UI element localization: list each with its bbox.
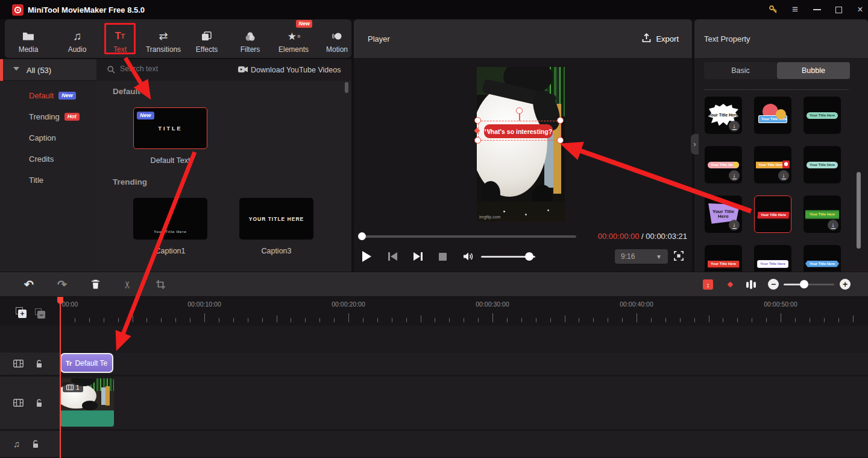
audio-track-header: ♫ <box>0 431 60 457</box>
ruler-tick <box>622 318 623 322</box>
search-input[interactable] <box>120 65 210 73</box>
timeline-text-clip[interactable]: Tr Default Te <box>60 353 113 373</box>
motion-icon <box>332 29 342 43</box>
bubble-thumb-red-ribbon[interactable]: Your Title Here <box>705 245 742 272</box>
sidebar-item-credits[interactable]: Credits <box>29 153 54 165</box>
redo-button[interactable]: ↷ <box>54 272 71 296</box>
track-height-icon[interactable] <box>746 280 756 289</box>
audio-track-row[interactable]: ♫ <box>0 431 868 457</box>
selection-handle-bl[interactable] <box>474 137 481 144</box>
bubble-thumb-mint-pill[interactable]: Your Title Here <box>804 146 841 183</box>
bubble-thumb-pink-pill[interactable]: Your Title Here ↓ <box>705 146 742 183</box>
app-window: MiniTool MovieMaker Free 8.5.0 ≡ × Media… <box>0 0 868 458</box>
search-bar: Download YouTube Videos <box>96 59 351 81</box>
timeline-video-clip[interactable]: 1 <box>60 378 114 427</box>
template-card-default-text[interactable]: New TITLE <box>133 107 207 149</box>
empty-track-row[interactable] <box>0 326 868 352</box>
seek-handle[interactable] <box>358 232 366 240</box>
previous-frame-button[interactable] <box>386 250 399 263</box>
fit-to-timeline-icon[interactable]: ↕ <box>703 279 713 290</box>
bubble-thumb-balloon[interactable]: Your Title Here <box>754 97 791 134</box>
title-bar: MiniTool MovieMaker Free 8.5.0 ≡ × <box>0 0 868 19</box>
text-track-row[interactable] <box>0 352 868 375</box>
bubble-thumb-white-bubble[interactable]: Your Title Here <box>754 245 791 272</box>
sidebar-item-title[interactable]: Title <box>29 174 43 186</box>
playhead[interactable] <box>60 297 61 458</box>
download-icon[interactable]: ↓ <box>828 220 838 231</box>
ruler-tick <box>406 318 407 322</box>
ruler-tick <box>305 318 306 322</box>
video-preview[interactable]: imgflip.com <box>477 67 565 221</box>
toolbar-transitions[interactable]: ⇄ Transitions <box>143 21 183 57</box>
delete-button[interactable] <box>87 272 104 296</box>
bubble-thumb-yellow-banner[interactable]: Your Title Here ↓ <box>754 146 791 183</box>
timeline-ruler[interactable]: + − 00:00 00:00:10:00 00:00:20:00 00:00:… <box>0 297 868 326</box>
video-track-row[interactable] <box>0 377 868 429</box>
ruler-tick <box>133 316 133 322</box>
fullscreen-button[interactable] <box>674 251 684 261</box>
play-button[interactable] <box>360 250 373 263</box>
bubble-thumb-red-banner-selected[interactable]: Your Title Here <box>754 196 791 233</box>
selection-handle-tl[interactable] <box>474 117 481 124</box>
template-card-caption3[interactable]: YOUR TITLE HERE <box>239 198 313 240</box>
maximize-button[interactable] <box>829 0 848 19</box>
tab-bubble[interactable]: Bubble <box>777 62 850 79</box>
card-label: Caption1 <box>133 247 207 255</box>
rotation-handle[interactable] <box>516 107 523 114</box>
stop-button[interactable] <box>436 250 449 263</box>
collapse-panel-chevron[interactable]: › <box>691 134 699 154</box>
ruler-tick <box>694 318 695 322</box>
toolbar-filters[interactable]: Filters <box>230 21 270 57</box>
bubble-thumb-green-banner[interactable]: Your Title Here ↓ <box>804 196 841 233</box>
minimize-button[interactable] <box>808 0 826 19</box>
crop-button[interactable] <box>152 272 169 296</box>
bubble-thumb-purple-bubble[interactable]: Your Title Here ↓ <box>705 196 742 233</box>
volume-handle[interactable] <box>525 252 533 261</box>
split-scissors-button[interactable]: ✂ <box>119 272 136 296</box>
sidebar-item-trending[interactable]: Trending Hot <box>29 110 80 122</box>
zoom-out-button[interactable]: − <box>768 279 779 290</box>
ruler-tick <box>334 318 335 322</box>
download-icon[interactable]: ↓ <box>729 220 740 231</box>
template-card-caption1[interactable]: Your Title Here <box>133 198 207 240</box>
menu-icon[interactable]: ≡ <box>786 0 804 19</box>
volume-button[interactable] <box>461 250 476 263</box>
aspect-ratio-select[interactable]: 9:16 ▼ <box>615 249 668 264</box>
license-key-icon[interactable] <box>764 0 782 19</box>
tab-basic[interactable]: Basic <box>704 62 777 79</box>
panel-scrollbar[interactable] <box>857 172 861 249</box>
selection-handle-br[interactable] <box>557 137 564 144</box>
toolbar-elements[interactable]: New ★≡ Elements <box>274 21 313 57</box>
export-button[interactable]: Export <box>642 19 679 58</box>
download-icon[interactable]: ↓ <box>729 170 740 181</box>
bubble-thumb-blue-arrow[interactable]: Your Title Here <box>804 245 841 272</box>
speech-bubble-text[interactable]: What's so interesting? <box>484 124 553 138</box>
next-frame-button[interactable] <box>411 250 424 263</box>
timeline-zoom-slider[interactable] <box>784 284 834 285</box>
library-scrollbar[interactable] <box>345 82 348 93</box>
ruler-tick <box>348 313 349 322</box>
card-preview-text: YOUR TITLE HERE <box>239 198 313 240</box>
bubble-thumb-teal-banner[interactable]: Your Title Here <box>804 97 841 134</box>
detach-split-icon[interactable]: ╍ <box>725 279 735 290</box>
sidebar-item-default[interactable]: Default New <box>29 89 76 101</box>
toolbar-audio[interactable]: ♫ Audio <box>57 21 97 57</box>
sidebar-item-caption[interactable]: Caption <box>29 132 56 144</box>
ruler-tick <box>665 318 666 322</box>
bubble-thumb-starburst[interactable]: Your Title Here ↓ <box>705 97 742 134</box>
download-youtube-link[interactable]: Download YouTube Videos <box>251 59 341 81</box>
toolbar-effects[interactable]: Effects <box>187 21 227 57</box>
close-button[interactable]: × <box>851 0 868 19</box>
sidebar-item-all[interactable]: All (53) <box>0 59 96 81</box>
text-track-header <box>0 352 60 375</box>
download-icon[interactable]: ↓ <box>729 121 740 132</box>
toolbar-text[interactable]: TT Text <box>100 21 140 57</box>
zoom-in-button[interactable]: + <box>840 279 851 290</box>
toolbar-media[interactable]: Media <box>8 21 48 57</box>
seek-bar[interactable] <box>360 235 576 238</box>
zoom-slider-handle[interactable] <box>800 280 808 288</box>
download-icon[interactable]: ↓ <box>778 170 789 181</box>
undo-button[interactable]: ↶ <box>20 272 37 296</box>
selection-handle-tr[interactable] <box>557 117 564 124</box>
toolbar-motion[interactable]: Motion <box>317 21 357 57</box>
